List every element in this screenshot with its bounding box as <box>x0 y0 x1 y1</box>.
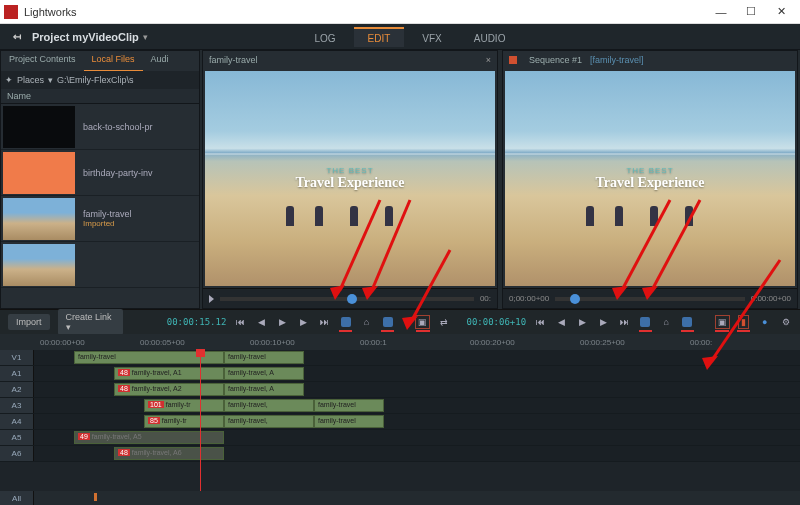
track-label[interactable]: A2 <box>0 382 34 397</box>
step-fwd-icon[interactable]: ▶ <box>297 315 310 329</box>
timeline-clip[interactable]: family-travel, <box>224 399 314 412</box>
bookmark-icon[interactable]: ✦ <box>5 75 13 85</box>
tab-audio-network[interactable]: Audi <box>143 51 177 71</box>
timeline-clip[interactable]: family-travel <box>224 351 304 364</box>
ruler-tick: 00:00:20+00 <box>470 338 515 347</box>
ruler-tick: 00:00:00+00 <box>40 338 85 347</box>
timeline-clip[interactable]: family-travel, <box>224 415 314 428</box>
mark-in-button[interactable] <box>339 315 352 329</box>
source-screen[interactable]: THE BEST Travel Experience <box>205 71 495 286</box>
step-back-icon[interactable]: ◀ <box>555 315 568 329</box>
mark-out-button[interactable] <box>681 315 694 329</box>
timeline-clip[interactable]: 85family-tr <box>144 415 224 428</box>
list-item[interactable]: back-to-school-pr <box>1 104 199 150</box>
step-back-icon[interactable]: ◀ <box>255 315 268 329</box>
mark-in-button[interactable] <box>639 315 652 329</box>
track-lane[interactable]: 48family-travel, A2family-travel, A <box>34 382 800 397</box>
sequence-link[interactable]: [family-travel] <box>590 55 644 65</box>
tab-log[interactable]: LOG <box>300 27 349 47</box>
goto-end-icon[interactable]: ⏭ <box>618 315 631 329</box>
timeline-clip[interactable]: family-travel <box>314 399 384 412</box>
record-screen[interactable]: THE BEST Travel Experience <box>505 71 795 286</box>
chevron-down-icon[interactable]: ▾ <box>48 75 53 85</box>
play-icon[interactable] <box>209 295 214 303</box>
list-item[interactable] <box>1 242 199 288</box>
goto-end-icon[interactable]: ⏭ <box>318 315 331 329</box>
clear-marks-icon[interactable]: ⌂ <box>660 315 673 329</box>
sequence-label[interactable]: Sequence #1 <box>529 55 582 65</box>
settings-icon[interactable]: ⚙ <box>779 315 792 329</box>
track-lane[interactable]: 85family-trfamily-travel,family-travel <box>34 414 800 429</box>
timeline-clip[interactable]: 101family-tr <box>144 399 224 412</box>
back-icon[interactable]: ↤ <box>8 28 26 46</box>
list-item[interactable]: birthday-party-inv <box>1 150 199 196</box>
column-name-header[interactable]: Name <box>1 89 199 104</box>
track-label[interactable]: A6 <box>0 446 34 461</box>
clear-marks-icon[interactable]: ⌂ <box>360 315 373 329</box>
tab-vfx[interactable]: VFX <box>408 27 455 47</box>
timeline-panel: 00:00:00+00 00:00:05+00 00:00:10+00 00:0… <box>0 334 800 505</box>
remove-button[interactable]: ▣ <box>715 315 729 329</box>
clip-list: back-to-school-pr birthday-party-inv fam… <box>1 104 199 308</box>
timeline-clip[interactable]: family-travel, A <box>224 367 304 380</box>
track-label[interactable]: A5 <box>0 430 34 445</box>
track-label[interactable]: V1 <box>0 350 34 365</box>
goto-start-icon[interactable]: ⏮ <box>534 315 547 329</box>
playhead[interactable] <box>200 350 201 491</box>
timeline-clip[interactable]: family-travel <box>314 415 384 428</box>
minimize-button[interactable]: — <box>706 1 736 23</box>
source-tab[interactable]: family-travel <box>209 55 258 65</box>
timeline-clip[interactable]: 49family-travel, A5 <box>74 431 224 444</box>
delete-button[interactable]: ▮ <box>737 315 750 329</box>
timeline-clip[interactable]: 48family-travel, A2 <box>114 383 224 396</box>
track-label[interactable]: A4 <box>0 414 34 429</box>
tab-project-contents[interactable]: Project Contents <box>1 51 84 71</box>
timeline-clip[interactable]: family-travel, A <box>224 383 304 396</box>
timeline-track: A3101family-trfamily-travel,family-trave… <box>0 398 800 414</box>
import-button[interactable]: Import <box>8 314 50 330</box>
close-icon[interactable]: × <box>486 55 491 65</box>
places-label[interactable]: Places <box>17 75 44 85</box>
overlay-subtitle: THE BEST <box>626 166 673 175</box>
source-tabs: family-travel × <box>203 51 497 69</box>
track-lane[interactable]: 49family-travel, A5 <box>34 430 800 445</box>
track-lane[interactable]: 48family-travel, A6 <box>34 446 800 461</box>
step-fwd-icon[interactable]: ▶ <box>597 315 610 329</box>
timeline-clip[interactable]: 48family-travel, A1 <box>114 367 224 380</box>
list-item[interactable]: family-travel Imported <box>1 196 199 242</box>
ruler-tick: 00:00:1 <box>360 338 387 347</box>
mic-icon[interactable]: ● <box>758 315 771 329</box>
all-label[interactable]: All <box>0 491 34 505</box>
overlay-title: Travel Experience <box>596 175 705 191</box>
track-lane[interactable]: 48family-travel, A1family-travel, A <box>34 366 800 381</box>
path-text[interactable]: G:\Emily-FlexClip\s <box>57 75 134 85</box>
create-link-button[interactable]: Create Link ▾ <box>58 309 124 335</box>
mini-timeline[interactable] <box>34 491 800 505</box>
tab-audio[interactable]: AUDIO <box>460 27 520 47</box>
ruler-tick: 00:00: <box>690 338 712 347</box>
play-icon[interactable]: ▶ <box>276 315 289 329</box>
track-lane[interactable]: family-travelfamily-travel <box>34 350 800 365</box>
tab-edit[interactable]: EDIT <box>354 27 405 47</box>
project-title[interactable]: Project myVideoClip <box>32 31 139 43</box>
source-scrubber[interactable]: 00: <box>203 288 497 308</box>
track-label[interactable]: A1 <box>0 366 34 381</box>
insert-button[interactable]: ▣ <box>416 315 430 329</box>
play-icon[interactable]: ▶ <box>576 315 589 329</box>
timeline-track: A485family-trfamily-travel,family-travel <box>0 414 800 430</box>
overwrite-button[interactable]: ⇄ <box>438 315 451 329</box>
mark-out-button[interactable] <box>381 315 394 329</box>
clip-thumbnail <box>3 198 75 240</box>
timeline-track: A648family-travel, A6 <box>0 446 800 462</box>
tab-local-files[interactable]: Local Files <box>84 51 143 71</box>
track-label[interactable]: A3 <box>0 398 34 413</box>
record-scrubber[interactable]: 0;00:00+00 0:00:00+00 <box>503 288 797 308</box>
track-lane[interactable]: 101family-trfamily-travel,family-travel <box>34 398 800 413</box>
goto-start-icon[interactable]: ⏮ <box>234 315 247 329</box>
browser-tabs: Project Contents Local Files Audi <box>1 51 199 71</box>
timeline-clip[interactable]: 48family-travel, A6 <box>114 447 224 460</box>
maximize-button[interactable]: ☐ <box>736 1 766 23</box>
close-button[interactable]: ✕ <box>766 1 796 23</box>
timeline-ruler[interactable]: 00:00:00+00 00:00:05+00 00:00:10+00 00:0… <box>0 334 800 350</box>
record-timecode: 00:00:06+10 <box>467 317 527 327</box>
